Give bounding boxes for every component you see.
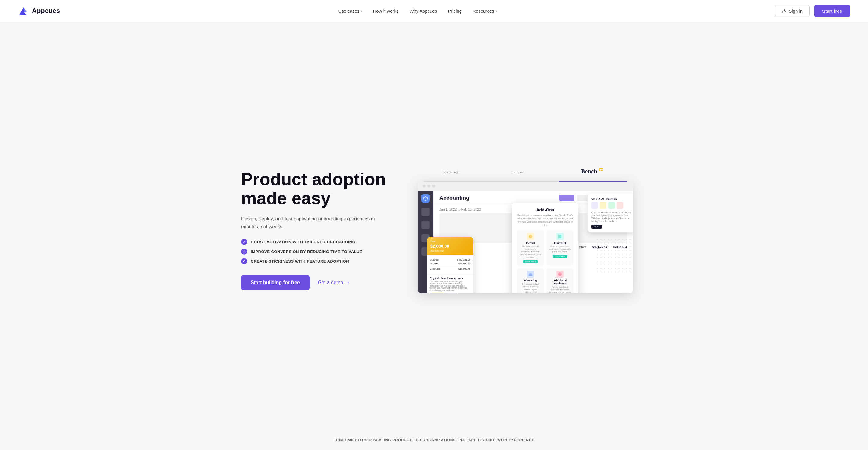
mobile-card-header: Total $2,000.00 Aug this year [427,237,473,256]
mobile-done-btn[interactable]: DONE [446,293,457,293]
check-icon-2: ✓ [241,248,247,254]
nav-actions: Sign in Start free [775,5,850,17]
svg-rect-11 [529,274,532,276]
nav-links: Use cases ▾ How it works Why Appcues Pri… [338,8,497,13]
hero-section: Product adoption made easy Design, deplo… [217,22,651,432]
overlay-icon-1 [591,202,598,209]
shield-icon [423,196,428,201]
chevron-down-icon-resources: ▾ [495,9,497,13]
hero-features-list: ✓ BOOST ACTIVATION WITH TAILORED ONBOARD… [241,239,406,264]
svg-text::copper: :copper [512,170,524,174]
sidebar-icon-3 [421,221,430,229]
hero-cta: Start building for free Get a demo → [241,275,406,290]
frameio-logo: ))) Frame.io [442,168,472,176]
browser-bar [418,182,633,190]
mobile-card-subtext: Total [430,240,470,242]
financing-title: Financing [519,279,541,282]
svg-rect-12 [530,273,531,274]
mobile-card-footer: Crystal clear transactions Our new machi… [427,274,473,293]
overlay-icon-4 [617,202,623,209]
nav-item-use-cases[interactable]: Use cases ▾ [338,8,362,13]
arrow-icon: → [345,280,350,285]
overlay-icon-3 [608,202,615,209]
addon-item-invoicing: Invoicing Generate, distribute, and trac… [547,231,574,265]
balance-row-3: Expenses $15,000.45 [430,268,470,270]
build-free-button[interactable]: Start building for free [241,275,310,290]
navbar: Appcues Use cases ▾ How it works Why App… [0,0,868,22]
balance-row-2: Income $93,000.45 [430,262,470,265]
mobile-card-label: Aug this year [430,250,470,252]
addon-title: Add-Ons [517,208,574,212]
svg-text:+: + [559,273,561,276]
financing-desc: Get access to fast, flexible financing t… [519,282,541,293]
sidebar-icon-2 [421,208,430,216]
nav-item-how-it-works[interactable]: How it works [373,8,398,13]
signin-button[interactable]: Sign in [775,5,809,17]
browser-dot-red [423,185,426,188]
financing-icon [527,271,534,278]
overlay-next-button[interactable]: NEXT [591,225,602,229]
copper-logo: :copper [512,168,539,176]
addon-item-payroll: $ Payroll Get dedicated HR experts who u… [517,231,544,265]
addon-modal: Add-Ons Small business owners aren't one… [512,203,578,293]
additional-title: Additional Business [549,279,571,285]
logo-link[interactable]: Appcues [18,5,60,16]
browser-content: Accounting Jan 1, 2022 to Feb 15, 2022 [418,190,633,293]
chevron-down-icon: ▾ [361,9,362,13]
feature-item-1: ✓ BOOST ACTIVATION WITH TAILORED ONBOARD… [241,239,406,245]
browser-dot-yellow [427,185,430,188]
invoicing-desc: Generate, distribute, and track invoices… [549,245,571,253]
balance-row-1: Balance $460,331.00 [430,259,470,261]
bench-mockup: Accounting Jan 1, 2022 to Feb 15, 2022 [418,190,633,293]
hero-right: ))) Frame.io :copper Bench TV [418,167,633,293]
mobile-card-body: Balance $460,331.00 Income $93,000.45 Ex… [427,256,473,274]
nav-item-why-appcues[interactable]: Why Appcues [409,8,437,13]
bottom-banner: JOIN 1,500+ OTHER SCALING PRODUCT-LED OR… [217,432,651,445]
check-icon-3: ✓ [241,258,247,264]
svg-point-2 [784,9,785,11]
svg-text:))) Frame.io: ))) Frame.io [442,171,460,174]
addon-item-additional: + Additional Business Add an additional … [547,268,574,293]
svg-text:TV: TV [600,169,603,171]
nav-item-pricing[interactable]: Pricing [448,8,462,13]
invoicing-icon [556,233,564,240]
logo-text: Appcues [32,7,60,15]
additional-desc: Add an additional business that needs bo… [549,286,571,293]
bench-main-title: Accounting [439,195,469,201]
mobile-browse-btn[interactable]: BROWSE [430,293,444,293]
addon-item-financing: Financing Get access to fast, flexible f… [517,268,544,293]
hero-subtitle: Design, deploy, and test captivating onb… [241,215,386,231]
overlay-icon-2 [600,202,607,209]
nav-item-resources[interactable]: Resources ▾ [472,8,497,13]
tab-bench[interactable]: Bench TV [559,167,627,182]
start-free-button[interactable]: Start free [814,5,850,17]
right-overlay-card: On the go financials Our experience is o… [588,193,633,232]
svg-text:$: $ [529,236,531,238]
net-profit-value2: $73,510.54 [613,245,627,249]
invoicing-learn-btn[interactable]: Learn More [553,254,567,258]
mobile-card-amount: $2,000.00 [430,244,470,248]
right-overlay-text: Our experience is optimized for mobile, … [591,211,632,223]
tab-copper[interactable]: :copper [492,168,559,182]
payroll-icon: $ [527,233,534,240]
mobile-footer-buttons: BROWSE DONE [430,293,470,293]
hero-title: Product adoption made easy [241,170,406,208]
appcues-logo-icon [18,5,29,16]
addon-subtitle: Small business owners aren't one size fi… [517,213,574,227]
user-icon [782,9,786,13]
payroll-learn-btn[interactable]: Learn More [523,260,538,263]
card-divider [430,266,470,266]
tab-frameio[interactable]: ))) Frame.io [424,168,492,182]
demo-button[interactable]: Get a demo → [318,280,350,285]
brand-tabs: ))) Frame.io :copper Bench TV [418,167,633,182]
svg-rect-10 [558,235,561,238]
bench-logo: Bench TV [581,167,605,175]
additional-icon: + [556,271,564,278]
invoicing-title: Invoicing [549,241,571,244]
right-overlay-title: On the go financials [591,197,632,200]
addon-grid: $ Payroll Get dedicated HR experts who u… [517,231,574,293]
mock-browser: Accounting Jan 1, 2022 to Feb 15, 2022 [418,182,633,293]
mobile-card: Total $2,000.00 Aug this year Balance $4… [427,237,473,293]
feature-item-3: ✓ CREATE STICKINESS WITH FEATURE ADOPTIO… [241,258,406,264]
payroll-desc: Get dedicated HR experts who understand … [519,245,541,259]
